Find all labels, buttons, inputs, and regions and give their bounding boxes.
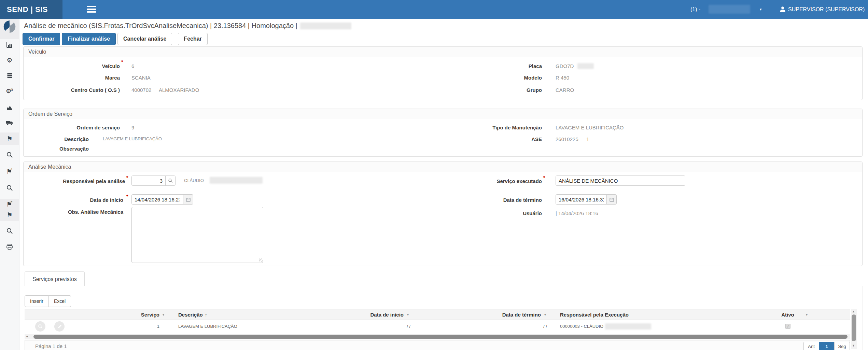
column-end-date[interactable]: Data de término bbox=[438, 312, 541, 318]
search-lookup-button[interactable] bbox=[165, 176, 176, 186]
sort-caret-icon[interactable]: ▾ bbox=[544, 313, 546, 317]
vehicle-label: Veículo bbox=[24, 63, 120, 69]
section-vehicle-title: Veículo bbox=[24, 47, 862, 57]
flag-icon[interactable]: ⚑ bbox=[0, 135, 19, 143]
vertical-scroll-thumb[interactable] bbox=[852, 314, 856, 341]
grid-toolbar: Inserir Excel bbox=[25, 295, 71, 307]
column-responsible[interactable]: Responsável pela Execução bbox=[560, 312, 629, 318]
cost-center-code: 4000702 bbox=[131, 87, 151, 93]
model-label: Modelo bbox=[439, 75, 542, 81]
scroll-up-icon[interactable]: ▲ bbox=[852, 310, 855, 313]
resize-grip[interactable] bbox=[259, 258, 263, 262]
analysis-responsible-input[interactable] bbox=[131, 176, 166, 186]
cell-responsible: 00000003 - CLÁUDIO bbox=[560, 324, 603, 329]
cell-end-date: / / bbox=[445, 324, 547, 329]
section-mechanical-analysis: Análise Mecânica Responsável pela anális… bbox=[23, 162, 863, 266]
end-date-label: Data de término bbox=[439, 197, 542, 203]
search-icon[interactable] bbox=[0, 227, 19, 236]
analysis-notes-textarea[interactable] bbox=[131, 207, 263, 263]
column-description[interactable]: Descrição↑ bbox=[178, 312, 207, 318]
print-icon[interactable] bbox=[0, 243, 19, 252]
horizontal-scrollbar[interactable]: ◄ bbox=[25, 334, 850, 339]
group-value: CARRO bbox=[556, 87, 574, 93]
section-vehicle: Veículo * Veículo 6 Placa GDO7D Marca SC… bbox=[23, 46, 863, 100]
tab-separator bbox=[23, 286, 863, 286]
column-service[interactable]: Serviço bbox=[25, 312, 159, 318]
active-checkbox[interactable]: ✓ bbox=[785, 324, 790, 329]
excel-button[interactable]: Excel bbox=[48, 295, 71, 307]
close-button[interactable]: Fechar bbox=[178, 33, 207, 45]
pagination: Ant 1 Seg bbox=[803, 342, 850, 350]
tab-planned-services[interactable]: Serviços previstos bbox=[25, 271, 85, 286]
ase-label: ASE bbox=[439, 136, 542, 142]
pager-page-1-button[interactable]: 1 bbox=[819, 342, 835, 350]
truck-icon[interactable] bbox=[0, 120, 19, 127]
model-value: R 450 bbox=[556, 75, 569, 81]
search-icon[interactable] bbox=[0, 184, 19, 193]
table-row: 1 LAVAGEM E LUBRIFICAÇÃO / / / / 0000000… bbox=[25, 320, 850, 333]
user-label: Usuário bbox=[439, 210, 542, 216]
flag-export-icon[interactable]: ⚑↱ bbox=[0, 200, 19, 208]
responsible-redacted bbox=[605, 323, 651, 330]
cell-service: 1 bbox=[25, 324, 159, 329]
panel-right-border bbox=[863, 286, 863, 350]
action-toolbar: Confirmar Finalizar análise Cancelar aná… bbox=[23, 33, 208, 45]
maintenance-type-value: LAVAGEM E LUBRIFICAÇÃO bbox=[556, 125, 624, 130]
description-value: LAVAGEM E LUBRIFICAÇÃO bbox=[103, 136, 162, 141]
finalize-analysis-button[interactable]: Finalizar análise bbox=[62, 33, 116, 45]
chevron-down-icon[interactable]: ▾ bbox=[843, 0, 845, 19]
required-mark: * bbox=[126, 175, 128, 180]
user-menu[interactable]: SUPERVISOR (SUPERVISOR) bbox=[788, 0, 865, 19]
executed-service-input[interactable] bbox=[556, 176, 685, 186]
sort-caret-icon[interactable]: ▾ bbox=[806, 313, 808, 317]
calendar-icon[interactable] bbox=[183, 194, 193, 205]
server-icon[interactable] bbox=[0, 72, 19, 80]
page-title: Análise de mecânico (SIS.Frotas.TrOrdSvc… bbox=[24, 22, 351, 30]
menu-icon[interactable] bbox=[87, 6, 96, 13]
column-active[interactable]: Ativo bbox=[772, 312, 803, 318]
sort-caret-icon[interactable]: ▾ bbox=[407, 313, 409, 317]
observation-label: Observação bbox=[24, 146, 89, 152]
pager-prev-button[interactable]: Ant bbox=[803, 342, 819, 350]
app-logo[interactable] bbox=[0, 20, 19, 34]
instance-name-redacted bbox=[709, 5, 750, 14]
start-date-label: Data de início bbox=[24, 197, 123, 203]
insert-button[interactable]: Inserir bbox=[25, 295, 49, 307]
top-bar: SEND | SIS (1) - ▾ SUPERVISOR (SUPERVISO… bbox=[0, 0, 868, 19]
flag-export-icon[interactable]: ⚑↱ bbox=[0, 168, 19, 176]
required-mark: * bbox=[126, 194, 128, 199]
flag-icon[interactable]: ⚑ bbox=[0, 211, 19, 219]
confirm-button[interactable]: Confirmar bbox=[23, 33, 60, 45]
bar-chart-icon[interactable] bbox=[0, 41, 19, 50]
user-value: | 14/04/2026 18:16 bbox=[556, 210, 598, 216]
search-icon[interactable] bbox=[0, 151, 19, 159]
order-number-label: Ordem de serviço bbox=[24, 125, 120, 130]
order-number-value: 9 bbox=[131, 125, 134, 130]
pager-next-button[interactable]: Seg bbox=[834, 342, 850, 350]
end-date-input[interactable] bbox=[556, 194, 607, 205]
vertical-scrollbar[interactable]: ▲ ▼ bbox=[851, 309, 857, 349]
calendar-icon[interactable] bbox=[606, 194, 617, 205]
executed-service-label: Serviço executado bbox=[439, 178, 542, 184]
cell-description: LAVAGEM E LUBRIFICAÇÃO bbox=[178, 324, 237, 329]
section-order-title: Ordem de Serviço bbox=[24, 109, 862, 119]
chevron-down-icon[interactable]: ▾ bbox=[760, 0, 762, 19]
start-date-input[interactable] bbox=[131, 194, 183, 205]
sidebar: ⚙ ⚙⚙ ⚑ ⚑↱ ⚑↱ ⚑ bbox=[0, 19, 19, 350]
section-service-order: Ordem de Serviço Ordem de serviço 9 Tipo… bbox=[23, 109, 863, 157]
sort-caret-icon[interactable]: ▾ bbox=[163, 313, 164, 317]
scroll-down-icon[interactable]: ▼ bbox=[852, 344, 855, 347]
responsible-name-redacted bbox=[210, 177, 263, 184]
scroll-left-icon[interactable]: ◄ bbox=[26, 335, 29, 338]
gears-icon[interactable]: ⚙⚙ bbox=[0, 87, 19, 95]
area-chart-icon[interactable] bbox=[0, 104, 19, 112]
section-analysis-title: Análise Mecânica bbox=[24, 162, 862, 172]
ase-seq: 1 bbox=[586, 136, 589, 142]
grid-header: Serviço ▾ Descrição↑ Data de início ▾ Da… bbox=[25, 309, 850, 320]
gear-icon[interactable]: ⚙ bbox=[0, 56, 19, 64]
cancel-analysis-button[interactable]: Cancelar análise bbox=[117, 33, 172, 45]
horizontal-scroll-thumb[interactable] bbox=[33, 335, 848, 339]
cost-center-desc: ALMOXARIFADO bbox=[159, 87, 199, 93]
maintenance-type-label: Tipo de Manutenção bbox=[439, 125, 542, 130]
column-start-date[interactable]: Data de início bbox=[301, 312, 404, 318]
